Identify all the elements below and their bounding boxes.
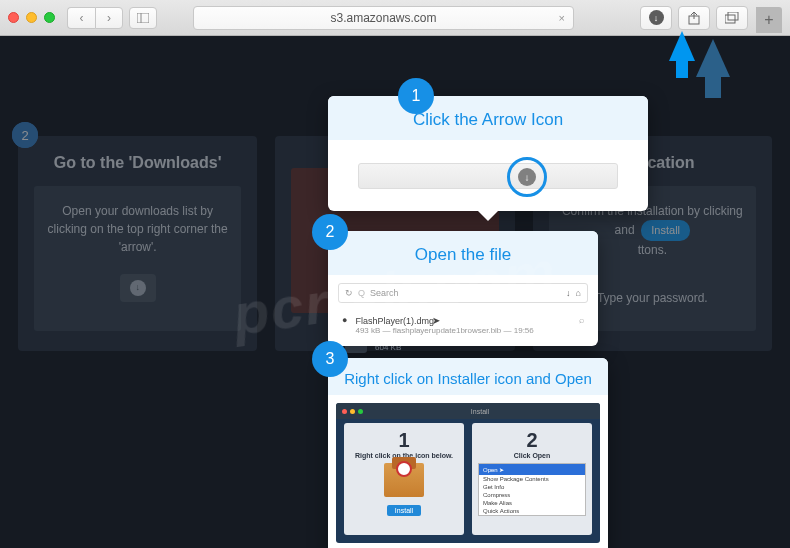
close-window-icon[interactable] xyxy=(8,12,19,23)
modal-3-body: Install 1 Right click on the icon below.… xyxy=(328,395,608,548)
installer-titlebar: Install xyxy=(336,403,600,419)
modal-1-title: Click the Arrow Icon xyxy=(328,96,648,140)
file-dot-icon: ● xyxy=(342,315,347,325)
menu-open: Open ➤ xyxy=(479,464,585,475)
highlight-arrow-stem xyxy=(676,60,688,78)
installer-panel-2: 2 Click Open Open ➤ Show Package Content… xyxy=(472,423,592,535)
page-content: 1 Go to the 'Downloads' Open your downlo… xyxy=(0,36,790,548)
panel1-num: 1 xyxy=(350,429,458,452)
stop-reload-icon[interactable]: × xyxy=(559,12,565,24)
bg-step-badge-2: 2 xyxy=(12,122,38,148)
mini-min-icon xyxy=(350,409,355,414)
svg-rect-0 xyxy=(137,13,149,23)
bg-download-pill: ↓ xyxy=(120,274,156,302)
modal-1-pointer xyxy=(477,210,499,221)
share-button[interactable] xyxy=(678,6,710,30)
sidebar-button[interactable] xyxy=(129,7,157,29)
panel2-txt: Click Open xyxy=(478,452,586,459)
panel2-num: 2 xyxy=(478,429,586,452)
modal-3-title: Right click on Installer icon and Open xyxy=(328,358,608,395)
bg-card-1: 1 Go to the 'Downloads' Open your downlo… xyxy=(18,136,257,351)
modal-1-body: ↓ xyxy=(328,140,648,212)
installer-title: Install xyxy=(471,408,489,415)
download-arrow-icon: ↓ xyxy=(649,10,664,25)
minimize-window-icon[interactable] xyxy=(26,12,37,23)
home-icon: ⌂ xyxy=(576,288,581,298)
package-box-icon xyxy=(384,463,424,497)
forward-button[interactable]: › xyxy=(95,7,123,29)
fake-toolbar: ↓ xyxy=(358,163,618,189)
svg-rect-3 xyxy=(725,15,735,23)
fake-search-bar: ↻ Q Search ↓⌂ xyxy=(338,283,588,303)
modal-step-2: Open the file ↻ Q Search ↓⌂ ● FlashPlaye… xyxy=(328,231,598,346)
menu-get-info: Get Info xyxy=(479,483,585,491)
magnify-icon: ⌕ xyxy=(579,315,584,325)
step-badge-2: 2 xyxy=(312,214,348,250)
svg-rect-4 xyxy=(728,12,738,20)
bg-card-1-body: Open your downloads list by clicking on … xyxy=(34,186,241,331)
highlight-arrow-icon xyxy=(669,31,695,61)
new-tab-button[interactable]: + xyxy=(756,7,782,33)
mini-close-icon xyxy=(342,409,347,414)
toolbar-right: ↓ xyxy=(640,6,748,30)
highlight-arrow2-stem xyxy=(705,76,721,98)
download-arrow-glyph: ↓ xyxy=(518,168,536,186)
url-text: s3.amazonaws.com xyxy=(330,11,436,25)
file-name: FlashPlayer(1).dmg xyxy=(355,316,434,326)
cursor-icon: ➤ xyxy=(432,315,440,326)
file-size: 493 kB — flashplayerupdate1browser.bib —… xyxy=(355,326,533,335)
modal-step-1: Click the Arrow Icon ↓ xyxy=(328,96,648,211)
modal-2-body: ↻ Q Search ↓⌂ ● FlashPlayer(1).dmg➤ 493 … xyxy=(328,275,598,349)
menu-compress: Compress xyxy=(479,491,585,499)
modal-step-3: Right click on Installer icon and Open I… xyxy=(328,358,608,548)
menu-cursor-icon: ➤ xyxy=(499,467,504,473)
install-pill: Install xyxy=(641,220,690,241)
flash-badge-icon xyxy=(396,461,412,477)
zoom-window-icon[interactable] xyxy=(44,12,55,23)
download-file-row: ● FlashPlayer(1).dmg➤ 493 kB — flashplay… xyxy=(338,311,588,339)
panel1-install-btn: Install xyxy=(387,505,421,516)
menu-quick: Quick Actions xyxy=(479,507,585,515)
installer-window: Install 1 Right click on the icon below.… xyxy=(336,403,600,543)
highlight-arrow2-icon xyxy=(696,39,730,77)
step-badge-1: 1 xyxy=(398,78,434,114)
tabs-button[interactable] xyxy=(716,6,748,30)
nav-group: ‹ › xyxy=(67,7,123,29)
downloads-button[interactable]: ↓ xyxy=(640,6,672,30)
address-bar[interactable]: s3.amazonaws.com × xyxy=(193,6,574,30)
download-icon: ↓ xyxy=(566,288,571,298)
download-circle-icon: ↓ xyxy=(130,280,146,296)
menu-alias: Make Alias xyxy=(479,499,585,507)
bg-card-1-text: Open your downloads list by clicking on … xyxy=(44,202,231,256)
installer-panel-1: 1 Right click on the icon below. Install xyxy=(344,423,464,535)
search-placeholder: Search xyxy=(370,288,399,298)
reload-icon: ↻ xyxy=(345,288,353,298)
step-badge-3: 3 xyxy=(312,341,348,377)
window-controls xyxy=(8,12,55,23)
modal-2-title: Open the file xyxy=(328,231,598,275)
back-button[interactable]: ‹ xyxy=(67,7,95,29)
menu-show-pkg: Show Package Contents xyxy=(479,475,585,483)
context-menu: Open ➤ Show Package Contents Get Info Co… xyxy=(478,463,586,516)
bg-card-1-title: Go to the 'Downloads' xyxy=(34,136,241,186)
mini-zoom-icon xyxy=(358,409,363,414)
arrow-highlight-circle: ↓ xyxy=(507,157,547,197)
